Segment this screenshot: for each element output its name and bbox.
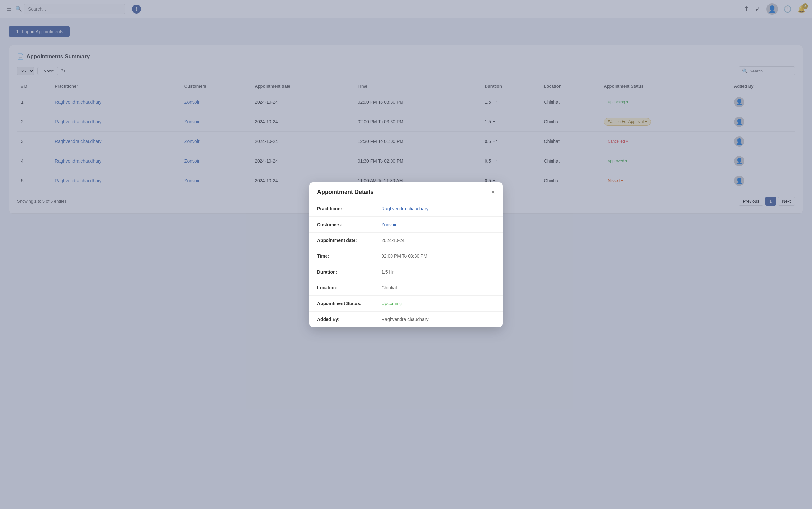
modal-body: Practitioner: Raghvendra chaudhary Custo…: [309, 201, 503, 327]
modal-label-customers: Customers:: [317, 222, 381, 227]
modal-value-practitioner: Raghvendra chaudhary: [381, 206, 429, 211]
modal-row-addedby: Added By: Raghvendra chaudhary: [309, 311, 503, 327]
modal-row-date: Appointment date: 2024-10-24: [309, 233, 503, 248]
modal-label-location: Location:: [317, 285, 381, 290]
modal-value-addedby: Raghvendra chaudhary: [381, 317, 429, 322]
modal-value-customers: Zonvoir: [381, 222, 397, 227]
appointment-details-modal: Appointment Details × Practitioner: Ragh…: [309, 182, 503, 327]
modal-value-duration: 1.5 Hr: [381, 269, 394, 274]
modal-row-time: Time: 02:00 PM To 03:30 PM: [309, 248, 503, 264]
modal-label-status: Appointment Status:: [317, 301, 381, 306]
modal-close-button[interactable]: ×: [491, 189, 495, 195]
modal-value-time: 02:00 PM To 03:30 PM: [381, 253, 427, 259]
modal-value-date: 2024-10-24: [381, 238, 405, 243]
modal-row-duration: Duration: 1.5 Hr: [309, 264, 503, 280]
modal-label-addedby: Added By:: [317, 317, 381, 322]
modal-label-duration: Duration:: [317, 269, 381, 274]
modal-label-date: Appointment date:: [317, 238, 381, 243]
modal-row-practitioner: Practitioner: Raghvendra chaudhary: [309, 201, 503, 217]
modal-value-location: Chinhat: [381, 285, 397, 290]
modal-label-practitioner: Practitioner:: [317, 206, 381, 211]
modal-row-status: Appointment Status: Upcoming: [309, 296, 503, 311]
modal-title: Appointment Details: [317, 189, 373, 196]
modal-row-location: Location: Chinhat: [309, 280, 503, 296]
modal-label-time: Time:: [317, 253, 381, 259]
modal-header: Appointment Details ×: [309, 182, 503, 201]
modal-overlay[interactable]: Appointment Details × Practitioner: Ragh…: [0, 0, 812, 509]
modal-row-customers: Customers: Zonvoir: [309, 217, 503, 233]
modal-value-status: Upcoming: [381, 301, 402, 306]
